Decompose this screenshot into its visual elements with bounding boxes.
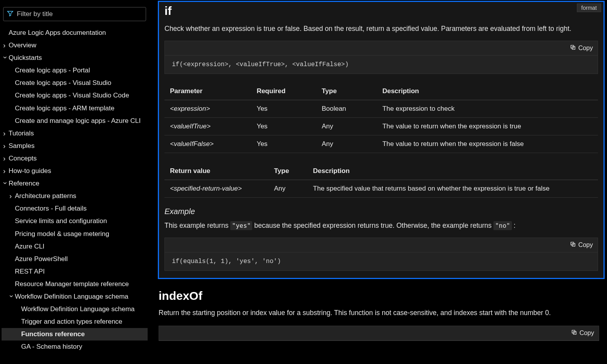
- th-type: Type: [269, 162, 308, 180]
- copy-button[interactable]: Copy: [571, 329, 594, 337]
- nav-arch[interactable]: Architecture patterns: [2, 190, 148, 202]
- indexof-description: Return the starting position or index va…: [159, 309, 599, 317]
- nav-item[interactable]: Resource Manager template reference: [2, 278, 148, 290]
- format-badge: format: [577, 4, 601, 12]
- nav-item[interactable]: REST API: [2, 265, 148, 278]
- inline-code: "no": [493, 221, 512, 230]
- nav-samples[interactable]: Samples: [2, 140, 148, 152]
- code-text: if(<expression>, <valueIfTrue>, <valueIf…: [165, 56, 598, 74]
- th-description: Description: [377, 83, 598, 100]
- nav-tutorials[interactable]: Tutorials: [2, 127, 148, 140]
- code-block-syntax: Copy if(<expression>, <valueIfTrue>, <va…: [164, 41, 598, 74]
- nav-item[interactable]: Service limits and configuration: [2, 215, 148, 227]
- nav-item[interactable]: Create and manage logic apps - Azure CLI: [2, 115, 148, 127]
- copy-label: Copy: [578, 45, 593, 52]
- code-text: if(equals(1, 1), 'yes', 'no'): [165, 252, 598, 270]
- th-return: Return value: [164, 162, 269, 180]
- nav-item[interactable]: Azure CLI: [2, 240, 148, 253]
- filter-input[interactable]: [17, 10, 143, 18]
- code-block-example: Copy if(equals(1, 1), 'yes', 'no'): [164, 238, 598, 271]
- nav-reference[interactable]: Reference: [2, 177, 148, 190]
- table-row: <valueIfTrue> Yes Any The value to retur…: [164, 118, 598, 135]
- section-indexof: indexOf Return the starting position or …: [158, 286, 607, 341]
- filter-icon: [7, 10, 14, 18]
- inline-code: "yes": [230, 221, 252, 230]
- nav-item[interactable]: Workflow Definition Language schema: [2, 303, 148, 315]
- nav-tree: Azure Logic Apps documentation Overview …: [2, 27, 148, 353]
- main-content: format if Check whether an expression is…: [151, 0, 607, 364]
- heading-indexof: indexOf: [159, 289, 599, 303]
- nav-item[interactable]: GA - Schema history: [2, 341, 148, 353]
- copy-button[interactable]: Copy: [570, 241, 593, 249]
- copy-icon: [571, 329, 577, 337]
- nav-item[interactable]: Connectors - Full details: [2, 202, 148, 215]
- nav-howto[interactable]: How-to guides: [2, 165, 148, 177]
- th-description: Description: [307, 162, 598, 180]
- table-row: <valueIfFalse> Yes Any The value to retu…: [164, 135, 598, 153]
- copy-icon: [570, 241, 576, 249]
- return-table: Return value Type Description <specified…: [164, 162, 598, 198]
- copy-button[interactable]: Copy: [570, 44, 593, 52]
- nav-item[interactable]: Create logic apps - Visual Studio Code: [2, 89, 148, 102]
- nav-item[interactable]: Create logic apps - ARM template: [2, 102, 148, 115]
- filter-container[interactable]: [3, 7, 146, 21]
- section-if: format if Check whether an expression is…: [158, 1, 605, 279]
- sidebar-nav: Azure Logic Apps documentation Overview …: [0, 0, 151, 364]
- example-heading: Example: [164, 207, 598, 216]
- copy-label: Copy: [580, 330, 594, 337]
- nav-overview[interactable]: Overview: [2, 39, 148, 52]
- th-parameter: Parameter: [164, 83, 251, 100]
- code-block-indexof: Copy: [159, 326, 599, 341]
- nav-item-active[interactable]: Functions reference: [2, 328, 148, 341]
- nav-root[interactable]: Azure Logic Apps documentation: [2, 27, 148, 39]
- nav-wdls[interactable]: Workflow Definition Language schema: [2, 290, 148, 303]
- parameters-table: Parameter Required Type Description <exp…: [164, 83, 598, 153]
- table-row: <specified-return-value> Any The specifi…: [164, 180, 598, 198]
- nav-item[interactable]: Pricing model & usage metering: [2, 228, 148, 240]
- nav-item[interactable]: Azure PowerShell: [2, 253, 148, 265]
- th-required: Required: [251, 83, 316, 100]
- nav-quickstarts[interactable]: Quickstarts: [2, 52, 148, 64]
- th-type: Type: [316, 83, 377, 100]
- copy-icon: [570, 44, 576, 52]
- nav-item[interactable]: Create logic apps - Visual Studio: [2, 77, 148, 89]
- nav-item[interactable]: Create logic apps - Portal: [2, 64, 148, 77]
- example-text: This example returns "yes" because the s…: [164, 222, 598, 230]
- copy-label: Copy: [578, 241, 593, 249]
- nav-item[interactable]: Trigger and action types reference: [2, 315, 148, 328]
- nav-concepts[interactable]: Concepts: [2, 152, 148, 165]
- if-description: Check whether an expression is true or f…: [164, 25, 598, 33]
- heading-if: if: [164, 4, 598, 18]
- table-row: <expression> Yes Boolean The expression …: [164, 100, 598, 118]
